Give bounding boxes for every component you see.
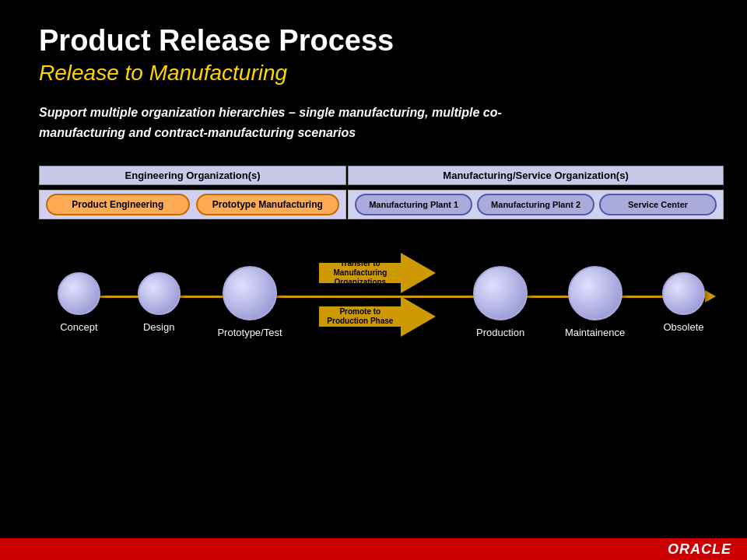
phase-production: Production xyxy=(473,266,528,338)
design-iter-label: ↓ Design Iterations xyxy=(199,241,275,250)
sub-title: Release to Manufacturing xyxy=(39,59,708,87)
phase-circle-maintainence xyxy=(568,266,622,320)
pill-service-center: Service Center xyxy=(599,194,717,215)
pill-prototype-manufacturing: Prototype Manufacturing xyxy=(196,194,340,215)
mfg-org-pills: Manufacturing Plant 1 Manufacturing Plan… xyxy=(348,190,724,219)
description-text: Support multiple organization hierarchie… xyxy=(39,103,506,142)
pill-product-engineering: Product Engineering xyxy=(46,194,190,215)
phase-circle-design xyxy=(138,272,181,315)
main-title: Product Release Process xyxy=(39,23,708,59)
phase-label-obsolete: Obsolete xyxy=(663,321,703,333)
arrow-down-text: Promote to Production Phase xyxy=(319,296,401,337)
eng-org-pills: Product Engineering Prototype Manufactur… xyxy=(39,190,346,219)
phase-circle-obsolete xyxy=(662,272,705,315)
slide: Product Release Process Release to Manuf… xyxy=(0,0,747,560)
phase-design: Design xyxy=(138,266,181,338)
phase-circle-prototype xyxy=(223,266,277,320)
phase-label-design: Design xyxy=(143,321,174,333)
phase-maintainence: Maintainence xyxy=(565,266,625,338)
pill-mfg-plant-1: Manufacturing Plant 1 xyxy=(355,194,472,215)
phase-prototype: ↓ Design Iterations Prototype/Test xyxy=(217,266,282,338)
flow-area: Concept Design ↓ Design Iterations Proto… xyxy=(39,235,724,390)
diagram: Engineering Organization(s) Manufacturin… xyxy=(39,166,724,390)
arrow-up-text: Transfer to Manufacturing Organizations xyxy=(319,253,401,293)
phase-label-maintainence: Maintainence xyxy=(565,327,625,338)
arrow-down-container: Promote to Production Phase xyxy=(319,296,436,337)
phase-circle-concept xyxy=(58,272,100,315)
footer: ORACLE xyxy=(0,538,747,560)
phase-label-concept: Concept xyxy=(60,321,97,333)
mfg-org-label: Manufacturing/Service Organization(s) xyxy=(348,166,724,185)
phases: Concept Design ↓ Design Iterations Proto… xyxy=(39,266,724,338)
transition-arrows: Transfer to Manufacturing Organizations … xyxy=(319,250,436,338)
org-header: Engineering Organization(s) Manufacturin… xyxy=(39,166,724,185)
title-block: Product Release Process Release to Manuf… xyxy=(39,23,708,87)
sub-org-row: Product Engineering Prototype Manufactur… xyxy=(39,190,724,219)
phase-obsolete: Obsolete xyxy=(662,266,705,338)
oracle-logo: ORACLE xyxy=(668,541,731,558)
phase-circle-production xyxy=(473,266,528,320)
phase-concept: Concept xyxy=(58,266,100,338)
phase-label-production: Production xyxy=(476,327,524,338)
phase-label-prototype: Prototype/Test xyxy=(217,327,282,338)
pill-mfg-plant-2: Manufacturing Plant 2 xyxy=(477,194,594,215)
arrow-up-container: Transfer to Manufacturing Organizations xyxy=(319,253,436,293)
eng-org-label: Engineering Organization(s) xyxy=(39,166,346,185)
